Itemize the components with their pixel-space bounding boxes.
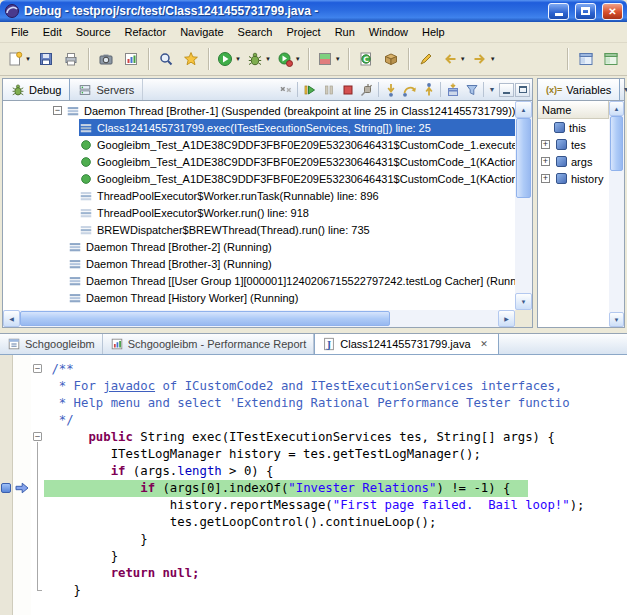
debug-tree-row[interactable]: Class1241455731799.exec(ITestExecutionSe…	[3, 119, 515, 136]
variable-name: args	[571, 156, 592, 168]
variable-row[interactable]: this	[538, 119, 609, 136]
hscroll-thumb[interactable]	[20, 311, 390, 326]
step-filters-button[interactable]	[462, 80, 481, 100]
debug-tree-row[interactable]: Daemon Thread [Brother-2] (Running)	[3, 238, 515, 255]
debug-tree-row[interactable]: Googleibm_Test_A1DE38C9DDF3FBF0E209E5323…	[3, 136, 515, 153]
menu-window[interactable]: Window	[362, 23, 415, 41]
variables-vscrollbar[interactable]: ▲ ▼	[609, 101, 624, 327]
dropdown-arrow-icon[interactable]: ▼	[490, 56, 496, 62]
tree-expander-icon[interactable]: +	[541, 140, 550, 149]
menu-edit[interactable]: Edit	[36, 23, 69, 41]
external-tools-button[interactable]	[179, 47, 204, 72]
editor-tab[interactable]: Schgoogleibm - Performance Report	[103, 334, 315, 354]
disconnect-button[interactable]	[357, 80, 376, 100]
new-package-button[interactable]	[379, 47, 404, 72]
variable-row[interactable]: +args	[538, 153, 609, 170]
test-report-button[interactable]	[119, 47, 144, 72]
variable-row[interactable]: +history	[538, 170, 609, 187]
remove-terminated-button[interactable]	[276, 80, 295, 100]
scroll-down-arrow[interactable]: ▼	[609, 312, 624, 327]
last-edit-location-button[interactable]	[414, 47, 439, 72]
dropdown-arrow-icon[interactable]: ▼	[265, 56, 271, 62]
dropdown-arrow-icon[interactable]: ▼	[25, 56, 31, 62]
new-class-button[interactable]	[354, 47, 379, 72]
step-into-button[interactable]	[381, 80, 400, 100]
java-perspective-button[interactable]	[573, 47, 598, 72]
menu-search[interactable]: Search	[231, 23, 280, 41]
scroll-up-arrow[interactable]: ▲	[515, 101, 532, 118]
menu-help[interactable]: Help	[415, 23, 452, 41]
debug-tree-row[interactable]: ThreadPoolExecutor$Worker.run() line: 91…	[3, 204, 515, 221]
variables-column-name[interactable]: Name	[538, 101, 609, 119]
menu-project[interactable]: Project	[279, 23, 327, 41]
code-editor[interactable]: −− /** * For javadoc of ICustomCode2 and…	[0, 355, 627, 615]
new-wizard-button[interactable]: ▼	[4, 47, 34, 72]
debug-tree-row[interactable]: BREWDispatcher$BREWThread(Thread).run() …	[3, 221, 515, 238]
search-button[interactable]	[154, 47, 179, 72]
variables-view-tab[interactable]: (x)= Variables	[538, 79, 620, 100]
fold-collapse-icon[interactable]: −	[33, 432, 42, 441]
debug-tree-row[interactable]: Googleibm_Test_A1DE38C9DDF3FBF0E209E5323…	[3, 153, 515, 170]
resume-button[interactable]	[300, 80, 319, 100]
variable-row[interactable]: +tes	[538, 136, 609, 153]
menu-navigate[interactable]: Navigate	[173, 23, 230, 41]
debug-tree-row[interactable]: Daemon Thread [[User Group 1][000001]124…	[3, 272, 515, 289]
debug-tree-row[interactable]: Daemon Thread [History Worker] (Running)	[3, 289, 515, 306]
menu-refactor[interactable]: Refactor	[118, 23, 174, 41]
scroll-down-arrow[interactable]: ▼	[515, 293, 532, 310]
dropdown-arrow-icon[interactable]: ▼	[295, 56, 301, 62]
terminate-button[interactable]	[338, 80, 357, 100]
menu-source[interactable]: Source	[69, 23, 118, 41]
view-tab-debug[interactable]: Debug	[3, 79, 70, 100]
close-button[interactable]: ✕	[602, 3, 623, 20]
print-button[interactable]	[59, 47, 84, 72]
annotation-ruler[interactable]	[13, 355, 31, 615]
dropdown-arrow-icon[interactable]: ▼	[235, 56, 241, 62]
tree-expander-icon[interactable]: +	[541, 174, 550, 183]
debug-tree-vscrollbar[interactable]: ▲ ▼	[515, 101, 532, 310]
debug-tree-hscrollbar[interactable]: ◀ ▶	[3, 310, 515, 327]
tree-expander-icon[interactable]: +	[541, 157, 550, 166]
scroll-left-arrow[interactable]: ◀	[3, 310, 20, 327]
save-button[interactable]	[34, 47, 59, 72]
debug-button[interactable]: ▼	[244, 47, 274, 72]
vscroll-thumb[interactable]	[610, 116, 623, 171]
dropdown-arrow-icon[interactable]: ▼	[460, 56, 466, 62]
close-tab-icon[interactable]: ✕	[478, 338, 491, 351]
fold-ruler[interactable]: −−	[31, 355, 44, 615]
scroll-right-arrow[interactable]: ▶	[498, 310, 515, 327]
maximize-button[interactable]	[575, 3, 596, 20]
step-over-button[interactable]	[400, 80, 419, 100]
debug-tree-row[interactable]: −Daemon Thread [Brother-1] (Suspended (b…	[3, 102, 515, 119]
view-tab-servers[interactable]: Servers	[70, 79, 143, 100]
minimize-view-button[interactable]	[499, 83, 514, 97]
tree-expander-icon[interactable]: −	[53, 106, 62, 115]
debug-perspective-button[interactable]	[598, 47, 623, 72]
dropdown-arrow-icon[interactable]: ▼	[335, 56, 341, 62]
menu-run[interactable]: Run	[328, 23, 362, 41]
step-return-button[interactable]	[419, 80, 438, 100]
debug-tree-row[interactable]: Daemon Thread [Brother-3] (Running)	[3, 255, 515, 272]
drop-to-frame-button[interactable]	[443, 80, 462, 100]
vscroll-thumb[interactable]	[516, 118, 531, 198]
profile-button[interactable]: ▼	[274, 47, 304, 72]
debug-tree-row[interactable]: Googleibm_Test_A1DE38C9DDF3FBF0E209E5323…	[3, 170, 515, 187]
tree-item-label: Googleibm_Test_A1DE38C9DDF3FBF0E209E5323…	[97, 139, 515, 151]
back-button[interactable]: ▼	[439, 47, 469, 72]
maximize-view-button[interactable]	[515, 83, 530, 97]
minimize-button[interactable]	[548, 3, 569, 20]
menu-file[interactable]: File	[4, 23, 36, 41]
suspend-button[interactable]	[319, 80, 338, 100]
fold-collapse-icon[interactable]: −	[33, 364, 42, 373]
forward-button[interactable]: ▼	[469, 47, 499, 72]
run-button[interactable]: ▼	[214, 47, 244, 72]
view-menu-icon[interactable]: ▼	[486, 80, 498, 100]
coverage-button[interactable]: ▼	[314, 47, 344, 72]
editor-tab[interactable]: Schgoogleibm	[0, 334, 103, 354]
debug-tree-row[interactable]: ThreadPoolExecutor$Worker.runTask(Runnab…	[3, 187, 515, 204]
scroll-up-arrow[interactable]: ▲	[609, 101, 624, 116]
editor-tab[interactable]: Class1241455731799.java✕	[314, 334, 498, 354]
view-menu-icon[interactable]: ▼	[620, 80, 627, 100]
toolbar-separator	[440, 82, 441, 97]
record-test-button[interactable]	[94, 47, 119, 72]
